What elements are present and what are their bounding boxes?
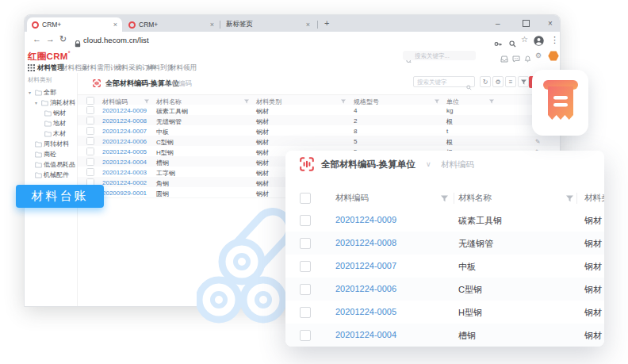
material-code-link[interactable]: 20201224-0009 <box>102 107 147 114</box>
row-checkbox[interactable] <box>86 168 94 176</box>
material-code-link[interactable]: 20200929-0001 <box>102 190 147 197</box>
profile-avatar-icon[interactable] <box>534 35 544 49</box>
edit-icon[interactable]: ✎ <box>535 138 540 145</box>
material-code-link[interactable]: 20201224-0005 <box>102 148 147 155</box>
browser-tab-2[interactable]: CRM+ × <box>124 17 219 32</box>
material-unit: 根 <box>446 117 453 126</box>
url-text[interactable]: cloud.hecom.cn/list <box>83 36 149 44</box>
tree-item-low-value-consumables[interactable]: 低值易耗品 <box>27 159 77 170</box>
tree-item-machine-parts[interactable]: 机械配件 <box>27 170 77 180</box>
caret-down-icon[interactable]: ▾ <box>35 100 40 105</box>
table-row[interactable]: 20201224-0009 碳素工具钢 钢材 <box>285 209 604 232</box>
material-code-link[interactable]: 20201224-0008 <box>335 238 396 247</box>
view-field-label[interactable]: 材料编码 <box>165 79 192 89</box>
row-checkbox[interactable] <box>300 261 311 272</box>
table-row[interactable]: 20201224-0009 碳素工具钢 钢材 4 kg ✎ <box>78 105 560 116</box>
row-checkbox[interactable] <box>86 158 94 166</box>
tree-item-wood[interactable]: 木材 <box>27 128 77 139</box>
apps-grid-icon[interactable] <box>28 64 35 73</box>
forward-icon[interactable]: → <box>46 34 55 44</box>
maximize-icon <box>523 20 530 27</box>
material-code-link[interactable]: 20201224-0005 <box>335 307 396 316</box>
nav-item-requisition[interactable]: 材料领用 <box>170 63 197 73</box>
chevron-down-icon[interactable]: ∨ <box>156 79 160 86</box>
nav-menu-label[interactable]: 材料管理 <box>37 63 64 73</box>
filter-funnel-icon[interactable] <box>441 194 448 204</box>
material-code-link[interactable]: 20201224-0009 <box>335 215 396 224</box>
folder-icon <box>44 131 52 137</box>
chevron-down-icon[interactable]: ∨ <box>426 160 431 168</box>
tree-item-consumables[interactable]: ▾ 消耗材料 <box>27 98 77 108</box>
bookmark-star-icon[interactable]: ☆ <box>521 35 528 44</box>
tree-item-all[interactable]: ▾ 全部 <box>27 87 77 98</box>
material-code-link[interactable]: 20201224-0007 <box>335 261 396 270</box>
material-code-link[interactable]: 20201224-0004 <box>335 330 396 339</box>
table-row[interactable]: 20201224-0005 H型钢 钢材 <box>285 301 604 324</box>
row-checkbox[interactable] <box>86 148 94 155</box>
material-code-link[interactable]: 20201224-0002 <box>102 179 147 186</box>
tree-item-turnover-material[interactable]: 周转材料 <box>27 139 77 149</box>
material-category: 钢材 <box>256 169 269 178</box>
material-code-link[interactable]: 20201224-0007 <box>102 128 147 135</box>
row-checkbox[interactable] <box>300 284 311 295</box>
row-checkbox[interactable] <box>300 238 311 249</box>
material-name: 角钢 <box>156 179 169 188</box>
table-row[interactable]: 20201224-0008 无缝钢管 钢材 2 根 ✎ <box>78 115 560 126</box>
row-checkbox[interactable] <box>86 127 94 135</box>
global-search-input[interactable] <box>403 51 476 60</box>
filter-button[interactable] <box>518 76 529 87</box>
table-row[interactable]: 20201224-0008 无缝钢管 钢材 <box>285 232 604 255</box>
row-checkbox[interactable] <box>86 106 94 114</box>
browser-tab-3[interactable]: 新标签页 × <box>221 17 315 32</box>
tree-item-steel[interactable]: 钢材 <box>27 108 77 118</box>
material-code-link[interactable]: 20201224-0003 <box>102 169 147 176</box>
col-material-name[interactable]: 材料名称 <box>458 193 492 204</box>
refresh-button[interactable]: ↻ <box>480 76 491 87</box>
table-row[interactable]: 20201224-0007 中板 钢材 8 t ✎ <box>78 125 560 136</box>
table-row[interactable]: 20201224-0006 C型钢 钢材 5 根 ✎ <box>78 136 560 147</box>
tree-item-concrete[interactable]: 商砼 <box>27 149 77 159</box>
row-checkbox[interactable] <box>86 117 94 125</box>
folder-icon <box>35 90 42 96</box>
back-icon[interactable]: ← <box>33 34 41 44</box>
row-checkbox[interactable] <box>300 307 311 318</box>
close-window-button[interactable]: × <box>548 15 553 31</box>
view-field-label[interactable]: 材料编码 <box>441 159 474 171</box>
row-checkbox[interactable] <box>300 330 311 341</box>
material-category: 钢材 <box>584 307 602 319</box>
maximize-button[interactable] <box>523 15 530 31</box>
select-all-checkbox[interactable] <box>300 193 311 204</box>
caret-down-icon[interactable]: ▾ <box>29 90 33 95</box>
row-checkbox[interactable] <box>86 137 94 145</box>
browser-tab-1[interactable]: CRM+ × <box>27 17 122 32</box>
table-row[interactable]: 20201224-0004 槽钢 钢材 <box>285 324 604 347</box>
material-code-link[interactable]: 20201224-0008 <box>102 117 147 125</box>
tab-close-icon[interactable]: × <box>113 21 117 29</box>
material-name: C型钢 <box>156 138 174 147</box>
material-code-link[interactable]: 20201224-0004 <box>102 159 147 166</box>
tab-close-icon[interactable]: × <box>210 21 214 29</box>
row-checkbox[interactable] <box>300 215 311 226</box>
material-code-link[interactable]: 20201224-0006 <box>335 284 396 293</box>
material-category: 钢材 <box>256 128 269 136</box>
material-name: 碳素工具钢 <box>156 107 188 116</box>
tree-item-ground-material[interactable]: 地材 <box>27 118 77 128</box>
tab-close-icon[interactable]: × <box>306 21 310 29</box>
filter-funnel-icon[interactable] <box>566 194 573 204</box>
table-row[interactable]: 20201224-0007 中板 钢材 <box>285 255 604 278</box>
view-title[interactable]: 全部材料编码-换算单位 <box>321 159 415 171</box>
minimize-button[interactable]: – <box>496 15 500 31</box>
table-row[interactable]: 20201224-0006 C型钢 钢材 <box>285 278 604 301</box>
gear-icon[interactable]: ⚙ <box>535 52 542 59</box>
col-material-category[interactable]: 材料类别 <box>584 193 604 204</box>
browser-menu-icon[interactable]: ⋮ <box>550 35 559 45</box>
settings-button[interactable]: ⚙ <box>492 76 504 87</box>
col-material-code[interactable]: 材料编码 <box>335 193 369 204</box>
material-code-link[interactable]: 20201224-0006 <box>102 138 147 145</box>
new-tab-button[interactable]: + <box>324 18 329 28</box>
columns-button[interactable]: ≡ <box>505 76 516 87</box>
reload-icon[interactable]: ↻ <box>59 34 67 44</box>
zoom-panel: 全部材料编码-换算单位 ∨ 材料编码 材料编码 材料名称 材料类别 202012… <box>285 151 604 347</box>
select-all-checkbox[interactable] <box>86 97 94 105</box>
material-category: 钢材 <box>256 159 269 167</box>
